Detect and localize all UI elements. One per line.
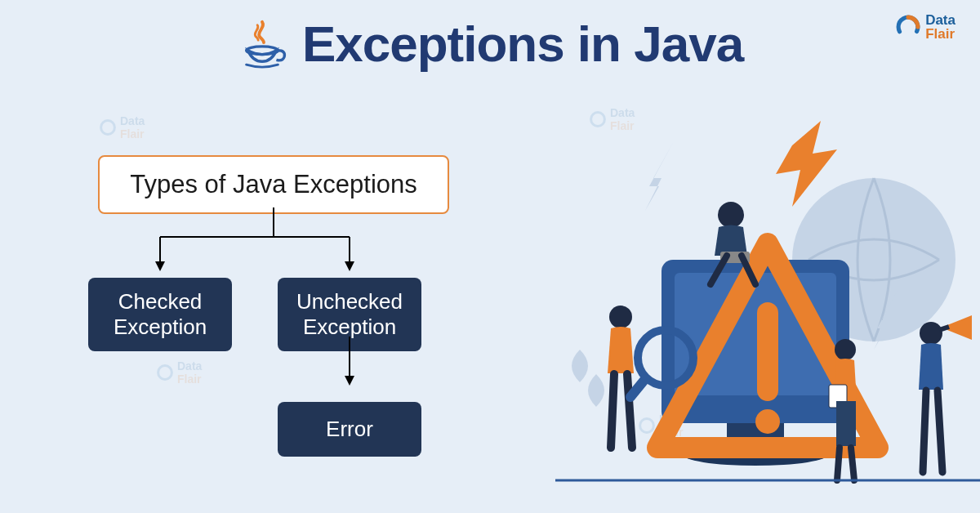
brand-logo: Data Flair [894, 13, 956, 41]
logo-text-bottom: Flair [925, 27, 956, 41]
page-title: Exceptions in Java [302, 15, 743, 73]
svg-line-36 [938, 390, 942, 472]
header: Exceptions in Java [0, 0, 980, 73]
svg-line-35 [923, 390, 926, 472]
exception-type-diagram: Types of Java Exceptions Checked Excepti… [65, 155, 490, 457]
svg-point-24 [609, 306, 632, 328]
svg-line-33 [851, 448, 854, 480]
java-icon [237, 19, 287, 69]
svg-line-26 [627, 374, 632, 448]
svg-line-28 [630, 379, 645, 397]
svg-point-1 [101, 121, 115, 135]
svg-point-29 [835, 339, 856, 360]
svg-point-0 [247, 46, 278, 54]
logo-text-top: Data [925, 13, 956, 27]
warning-illustration [523, 121, 980, 513]
diagram-leaf-error: Error [278, 402, 421, 457]
child-label: Unchecked [296, 289, 403, 314]
diagram-child-unchecked: Unchecked Exception [278, 278, 421, 351]
diagram-child-checked: Checked Exception [88, 278, 232, 351]
logo-mark-icon [894, 13, 922, 41]
child-label: Exception [303, 314, 396, 339]
child-label: Exception [114, 314, 207, 339]
svg-marker-12 [345, 376, 354, 386]
svg-point-19 [755, 409, 780, 434]
svg-line-32 [837, 448, 840, 480]
svg-marker-8 [155, 261, 165, 271]
diagram-children-row: Checked Exception Unchecked Exception [88, 278, 490, 351]
svg-line-37 [939, 327, 949, 330]
diagram-root-box: Types of Java Exceptions [98, 155, 449, 214]
child-label: Checked [118, 289, 203, 314]
watermark: DataFlair [98, 114, 145, 141]
svg-line-25 [611, 374, 614, 448]
svg-point-20 [718, 202, 744, 228]
svg-rect-31 [836, 401, 856, 446]
svg-marker-10 [345, 261, 354, 271]
svg-point-34 [920, 322, 942, 345]
